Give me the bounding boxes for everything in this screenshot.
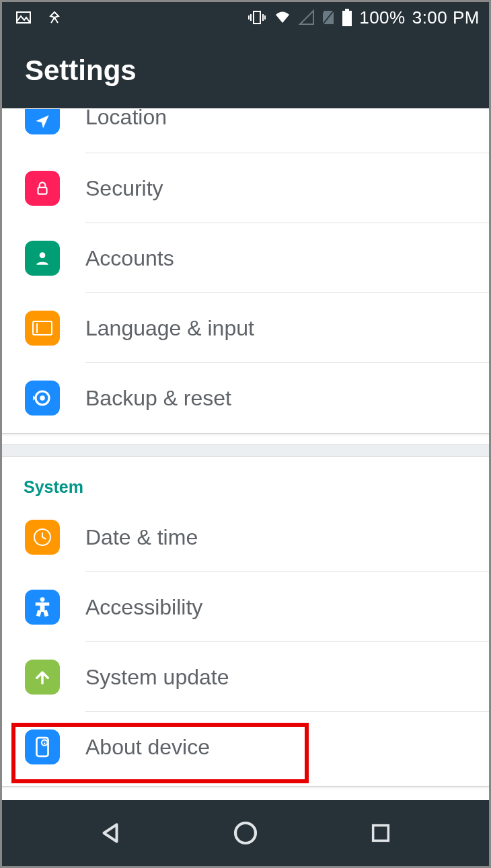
navigation-bar <box>2 800 489 866</box>
section-header: System <box>2 457 489 502</box>
battery-percent: 100% <box>359 7 406 28</box>
settings-item-date-time[interactable]: Date & time <box>2 502 489 572</box>
person-icon <box>25 241 60 276</box>
restore-icon <box>25 381 60 416</box>
settings-item-label: System update <box>85 665 489 690</box>
svg-rect-11 <box>33 321 52 335</box>
status-bar: 100% 3:00 PM <box>2 2 489 33</box>
keyboard-icon <box>25 311 60 346</box>
svg-point-27 <box>235 823 256 843</box>
svg-rect-7 <box>345 9 349 11</box>
settings-item-accounts[interactable]: Accounts <box>2 223 489 293</box>
svg-rect-22 <box>43 610 48 617</box>
butterfly-icon <box>46 9 63 26</box>
settings-item-about-device[interactable]: About device <box>2 712 489 782</box>
svg-point-10 <box>40 252 46 258</box>
svg-point-14 <box>40 395 45 401</box>
settings-group-personal: Location Security Accounts Language & in… <box>2 108 489 434</box>
settings-item-security[interactable]: Security <box>2 153 489 223</box>
settings-group-system: System Date & time Accessibility System … <box>2 457 489 787</box>
settings-item-label: Backup & reset <box>85 386 489 411</box>
svg-rect-8 <box>342 11 352 26</box>
settings-item-backup-reset[interactable]: Backup & reset <box>2 363 489 433</box>
recent-apps-button[interactable] <box>361 813 401 853</box>
device-info-icon <box>25 729 60 764</box>
svg-rect-1 <box>254 11 260 24</box>
settings-item-label: About device <box>85 735 489 760</box>
location-icon <box>25 109 60 134</box>
settings-item-accessibility[interactable]: Accessibility <box>2 572 489 642</box>
svg-point-18 <box>40 597 45 602</box>
app-bar: Settings <box>2 33 489 108</box>
home-button[interactable] <box>225 813 266 853</box>
clock-time: 3:00 PM <box>412 7 480 28</box>
settings-item-label: Location <box>85 105 489 130</box>
lock-icon <box>25 171 60 206</box>
vibrate-icon <box>248 9 266 26</box>
svg-rect-28 <box>373 826 389 841</box>
svg-rect-20 <box>40 602 45 612</box>
no-sim-icon <box>322 9 335 26</box>
settings-item-label: Accessibility <box>85 595 489 620</box>
battery-icon <box>342 9 352 26</box>
picture-icon <box>15 9 32 26</box>
settings-item-label: Date & time <box>85 525 489 550</box>
page-title: Settings <box>25 54 137 87</box>
settings-item-language-input[interactable]: Language & input <box>2 293 489 363</box>
accessibility-icon <box>25 590 60 625</box>
svg-line-17 <box>42 537 46 539</box>
settings-item-location[interactable]: Location <box>2 109 489 153</box>
settings-item-label: Security <box>85 176 489 201</box>
svg-rect-21 <box>36 610 42 617</box>
wifi-icon <box>273 9 292 26</box>
settings-item-label: Accounts <box>85 246 489 271</box>
settings-item-label: Language & input <box>85 316 489 341</box>
section-divider <box>2 444 489 457</box>
clock-icon <box>25 520 60 555</box>
settings-item-system-update[interactable]: System update <box>2 642 489 712</box>
svg-rect-9 <box>38 188 47 194</box>
signal-empty-icon <box>299 9 315 26</box>
arrow-up-icon <box>25 660 60 695</box>
back-button[interactable] <box>90 813 130 853</box>
